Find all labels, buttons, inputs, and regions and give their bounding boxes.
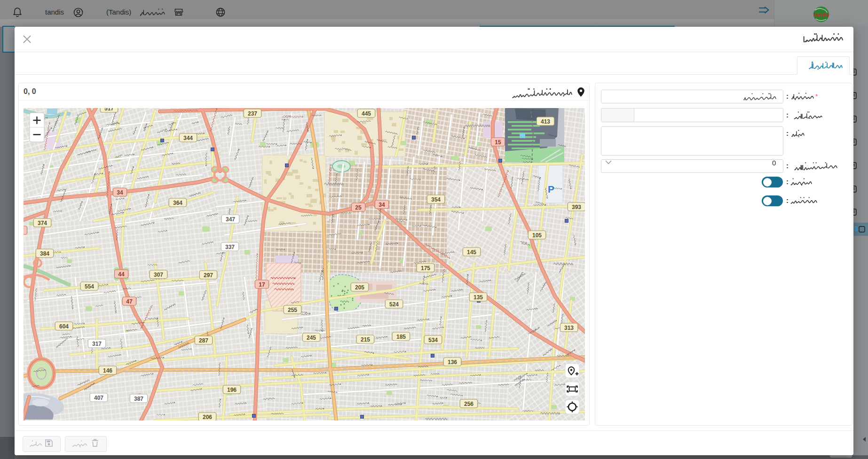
svg-text:407: 407 (94, 395, 103, 401)
svg-text:P: P (548, 184, 554, 194)
svg-text:604: 604 (59, 323, 69, 330)
svg-text:215: 215 (361, 336, 370, 343)
svg-text:344: 344 (183, 135, 193, 141)
svg-text:364: 364 (173, 200, 182, 206)
svg-text:146: 146 (103, 367, 112, 374)
svg-text:135: 135 (473, 294, 483, 301)
svg-text:47: 47 (126, 298, 133, 305)
svg-text:354: 354 (431, 196, 441, 203)
svg-text:374: 374 (38, 220, 47, 226)
svg-text:17: 17 (259, 281, 265, 288)
svg-text:524: 524 (389, 301, 399, 308)
svg-text:34: 34 (117, 189, 123, 196)
svg-text:245: 245 (307, 335, 316, 341)
svg-text:297: 297 (204, 272, 213, 279)
svg-text:237: 237 (248, 110, 257, 117)
svg-text:554: 554 (85, 283, 94, 290)
svg-text:387: 387 (134, 396, 143, 402)
svg-text:105: 105 (532, 232, 542, 239)
svg-text:313: 313 (564, 325, 574, 331)
svg-text:413: 413 (541, 118, 550, 125)
svg-text:393: 393 (572, 204, 581, 210)
svg-text:Tandis: Tandis (813, 12, 829, 17)
svg-text:196: 196 (227, 387, 237, 393)
svg-text:534: 534 (428, 337, 438, 343)
svg-text:136: 136 (448, 359, 457, 366)
svg-text:145: 145 (467, 249, 476, 256)
svg-text:445: 445 (362, 110, 371, 117)
svg-text:185: 185 (396, 334, 406, 340)
svg-text:307: 307 (154, 272, 163, 278)
svg-text:15: 15 (495, 139, 501, 146)
svg-text:337: 337 (225, 244, 235, 250)
svg-text:175: 175 (421, 265, 430, 272)
svg-text:517: 517 (104, 108, 114, 112)
svg-text:287: 287 (199, 337, 208, 344)
svg-text:256: 256 (464, 401, 473, 407)
svg-text:34: 34 (379, 202, 385, 208)
svg-text:384: 384 (40, 250, 49, 257)
svg-text:255: 255 (288, 307, 297, 313)
svg-text:347: 347 (226, 216, 235, 223)
svg-text:206: 206 (203, 414, 212, 420)
svg-text:(Tandis): (Tandis) (106, 8, 131, 16)
svg-text:317: 317 (92, 341, 102, 347)
svg-text:25: 25 (355, 204, 362, 211)
svg-text:44: 44 (118, 271, 125, 278)
svg-text:205: 205 (355, 284, 364, 291)
